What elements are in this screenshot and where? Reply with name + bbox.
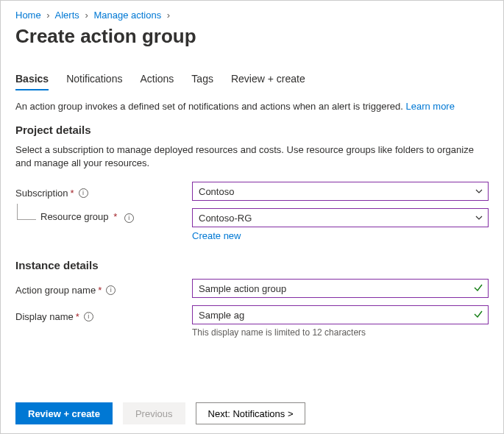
chevron-down-icon <box>475 187 483 196</box>
display-name-label: Display name <box>15 311 74 322</box>
breadcrumb-manage-actions[interactable]: Manage actions <box>93 10 161 21</box>
action-group-name-value: Sample action group <box>199 283 473 294</box>
resource-group-value: Contoso-RG <box>199 213 475 224</box>
tab-basics[interactable]: Basics <box>15 68 49 90</box>
review-create-button[interactable]: Review + create <box>15 402 113 424</box>
intro-text: An action group invokes a defined set of… <box>15 101 489 112</box>
chevron-right-icon: › <box>85 10 88 21</box>
chevron-down-icon <box>475 213 483 222</box>
display-name-input[interactable]: Sample ag <box>192 305 489 324</box>
check-icon <box>473 309 483 321</box>
tab-notifications[interactable]: Notifications <box>66 68 122 90</box>
tab-review-create[interactable]: Review + create <box>231 68 305 90</box>
info-icon[interactable]: i <box>79 188 88 198</box>
chevron-right-icon: › <box>46 10 49 21</box>
display-name-value: Sample ag <box>199 310 473 321</box>
tab-bar: Basics Notifications Actions Tags Review… <box>15 68 489 90</box>
page-title: Create action group <box>15 25 489 48</box>
required-icon: * <box>76 311 79 322</box>
resource-group-select[interactable]: Contoso-RG <box>192 208 489 227</box>
next-button[interactable]: Next: Notifications > <box>196 402 306 424</box>
required-icon: * <box>98 285 102 296</box>
tab-actions[interactable]: Actions <box>140 68 174 90</box>
learn-more-link[interactable]: Learn more <box>405 101 454 112</box>
subscription-value: Contoso <box>199 186 475 197</box>
action-group-name-label: Action group name <box>15 285 96 296</box>
breadcrumb-alerts[interactable]: Alerts <box>55 10 79 21</box>
check-icon <box>473 282 483 295</box>
action-group-name-input[interactable]: Sample action group <box>192 279 489 298</box>
required-icon: * <box>71 188 74 199</box>
breadcrumb-home[interactable]: Home <box>15 10 41 21</box>
intro-body: An action group invokes a defined set of… <box>15 101 405 112</box>
create-new-rg-link[interactable]: Create new <box>192 230 241 241</box>
subscription-label: Subscription <box>15 188 68 199</box>
required-icon: * <box>113 211 117 222</box>
project-details-desc: Select a subscription to manage deployed… <box>15 143 489 170</box>
info-icon[interactable]: i <box>124 213 134 223</box>
previous-button: Previous <box>123 402 185 424</box>
subscription-select[interactable]: Contoso <box>192 182 489 201</box>
tab-tags[interactable]: Tags <box>191 68 213 90</box>
chevron-right-icon: › <box>167 10 170 21</box>
info-icon[interactable]: i <box>84 312 93 321</box>
tree-line-icon <box>17 204 36 220</box>
project-details-heading: Project details <box>15 124 489 136</box>
info-icon[interactable]: i <box>106 285 116 295</box>
instance-details-heading: Instance details <box>15 259 489 271</box>
display-name-hint: This display name is limited to 12 chara… <box>192 327 489 338</box>
breadcrumb: Home › Alerts › Manage actions › <box>15 8 489 24</box>
footer-actions: Review + create Previous Next: Notificat… <box>1 394 503 433</box>
resource-group-label: Resource group <box>40 211 109 222</box>
